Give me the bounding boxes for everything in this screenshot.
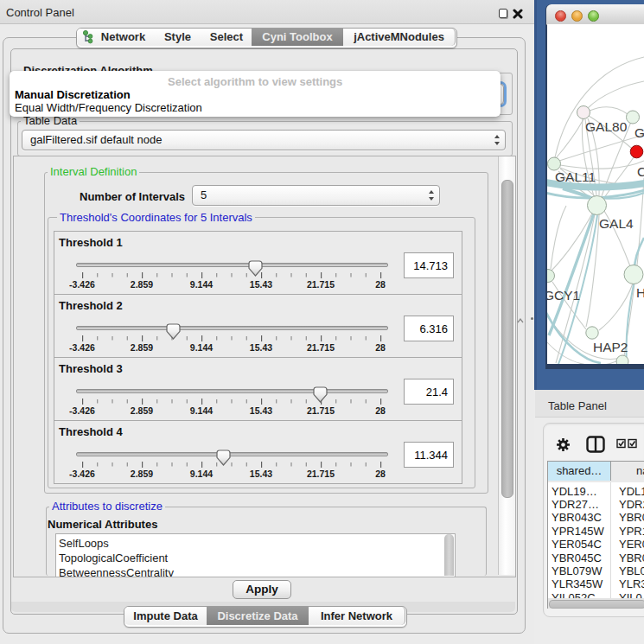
svg-text:H: H (636, 285, 644, 300)
svg-text:GA: GA (634, 125, 644, 140)
svg-text:C: C (637, 164, 644, 179)
svg-text:GCY1: GCY1 (547, 288, 580, 303)
svg-text:HAP2: HAP2 (593, 340, 628, 354)
svg-text:GAL11: GAL11 (555, 169, 596, 184)
svg-text:GAL80: GAL80 (585, 119, 628, 134)
svg-text:GAL4: GAL4 (599, 216, 634, 231)
